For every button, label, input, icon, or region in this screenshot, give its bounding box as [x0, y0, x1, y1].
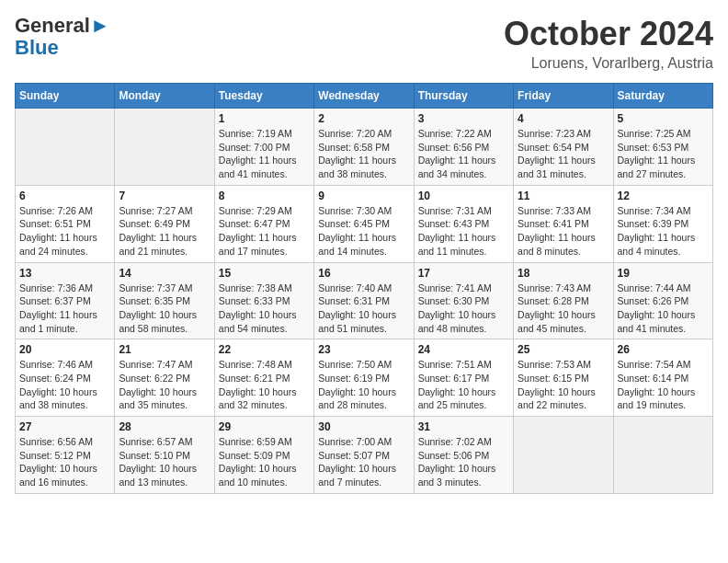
- day-info: Sunrise: 7:40 AMSunset: 6:31 PMDaylight:…: [318, 282, 409, 336]
- calendar-cell: 4Sunrise: 7:23 AMSunset: 6:54 PMDaylight…: [514, 109, 613, 186]
- day-number: 13: [19, 267, 110, 280]
- calendar-cell: 20Sunrise: 7:46 AMSunset: 6:24 PMDayligh…: [16, 339, 115, 417]
- header-row: SundayMondayTuesdayWednesdayThursdayFrid…: [16, 84, 713, 109]
- calendar-table: SundayMondayTuesdayWednesdayThursdayFrid…: [15, 83, 713, 494]
- day-info: Sunrise: 7:26 AMSunset: 6:51 PMDaylight:…: [19, 204, 110, 259]
- day-info: Sunrise: 7:37 AMSunset: 6:35 PMDaylight:…: [119, 282, 210, 336]
- day-info: Sunrise: 7:27 AMSunset: 6:49 PMDaylight:…: [119, 204, 210, 259]
- day-info: Sunrise: 7:46 AMSunset: 6:24 PMDaylight:…: [19, 358, 110, 412]
- day-number: 14: [119, 267, 210, 280]
- day-info: Sunrise: 7:41 AMSunset: 6:30 PMDaylight:…: [418, 282, 509, 336]
- day-number: 19: [618, 267, 709, 280]
- day-info: Sunrise: 7:02 AMSunset: 5:06 PMDaylight:…: [418, 435, 509, 489]
- calendar-cell: 18Sunrise: 7:43 AMSunset: 6:28 PMDayligh…: [514, 262, 613, 339]
- day-number: 10: [418, 190, 509, 202]
- day-number: 29: [219, 420, 310, 433]
- calendar-header: SundayMondayTuesdayWednesdayThursdayFrid…: [16, 84, 713, 109]
- calendar-cell: 10Sunrise: 7:31 AMSunset: 6:43 PMDayligh…: [414, 185, 513, 262]
- day-number: 24: [418, 343, 509, 356]
- day-info: Sunrise: 7:33 AMSunset: 6:41 PMDaylight:…: [518, 204, 609, 259]
- day-number: 1: [219, 112, 310, 125]
- header-day-thursday: Thursday: [414, 84, 513, 109]
- header-day-saturday: Saturday: [613, 84, 712, 109]
- day-number: 23: [318, 343, 409, 356]
- day-number: 9: [318, 190, 409, 202]
- day-number: 16: [318, 267, 409, 280]
- day-info: Sunrise: 7:38 AMSunset: 6:33 PMDaylight:…: [219, 282, 310, 336]
- calendar-cell: 31Sunrise: 7:02 AMSunset: 5:06 PMDayligh…: [414, 417, 513, 494]
- calendar-cell: 28Sunrise: 6:57 AMSunset: 5:10 PMDayligh…: [115, 417, 214, 494]
- day-number: 6: [19, 190, 110, 202]
- day-number: 5: [618, 112, 709, 125]
- calendar-cell: 12Sunrise: 7:34 AMSunset: 6:39 PMDayligh…: [613, 185, 712, 262]
- day-info: Sunrise: 7:30 AMSunset: 6:45 PMDaylight:…: [318, 204, 409, 259]
- header-day-wednesday: Wednesday: [314, 84, 414, 109]
- calendar-cell: 30Sunrise: 7:00 AMSunset: 5:07 PMDayligh…: [314, 417, 414, 494]
- calendar-body: 1Sunrise: 7:19 AMSunset: 7:00 PMDaylight…: [16, 109, 713, 494]
- page-header: General► Blue October 2024 Loruens, Vora…: [15, 15, 713, 72]
- day-info: Sunrise: 7:47 AMSunset: 6:22 PMDaylight:…: [119, 358, 210, 412]
- header-day-friday: Friday: [514, 84, 613, 109]
- calendar-cell: 26Sunrise: 7:54 AMSunset: 6:14 PMDayligh…: [613, 339, 712, 417]
- calendar-cell: 19Sunrise: 7:44 AMSunset: 6:26 PMDayligh…: [613, 262, 712, 339]
- calendar-cell: 29Sunrise: 6:59 AMSunset: 5:09 PMDayligh…: [214, 417, 313, 494]
- day-info: Sunrise: 6:57 AMSunset: 5:10 PMDaylight:…: [119, 435, 210, 489]
- week-row-2: 13Sunrise: 7:36 AMSunset: 6:37 PMDayligh…: [16, 262, 713, 339]
- calendar-cell: 14Sunrise: 7:37 AMSunset: 6:35 PMDayligh…: [115, 262, 214, 339]
- calendar-cell: 8Sunrise: 7:29 AMSunset: 6:47 PMDaylight…: [214, 185, 313, 262]
- day-info: Sunrise: 7:50 AMSunset: 6:19 PMDaylight:…: [318, 358, 409, 412]
- week-row-1: 6Sunrise: 7:26 AMSunset: 6:51 PMDaylight…: [16, 185, 713, 262]
- day-number: 20: [19, 343, 110, 356]
- calendar-cell: 21Sunrise: 7:47 AMSunset: 6:22 PMDayligh…: [115, 339, 214, 417]
- calendar-cell: 3Sunrise: 7:22 AMSunset: 6:56 PMDaylight…: [414, 109, 513, 186]
- day-info: Sunrise: 6:59 AMSunset: 5:09 PMDaylight:…: [219, 435, 310, 489]
- week-row-0: 1Sunrise: 7:19 AMSunset: 7:00 PMDaylight…: [16, 109, 713, 186]
- day-info: Sunrise: 7:44 AMSunset: 6:26 PMDaylight:…: [618, 282, 709, 336]
- day-number: 31: [418, 420, 509, 433]
- day-info: Sunrise: 7:00 AMSunset: 5:07 PMDaylight:…: [318, 435, 409, 489]
- calendar-cell: 16Sunrise: 7:40 AMSunset: 6:31 PMDayligh…: [314, 262, 414, 339]
- day-info: Sunrise: 7:48 AMSunset: 6:21 PMDaylight:…: [219, 358, 310, 412]
- logo-text: General►: [15, 15, 110, 37]
- day-info: Sunrise: 7:23 AMSunset: 6:54 PMDaylight:…: [518, 127, 609, 181]
- day-info: Sunrise: 6:56 AMSunset: 5:12 PMDaylight:…: [19, 435, 110, 489]
- calendar-cell: 13Sunrise: 7:36 AMSunset: 6:37 PMDayligh…: [16, 262, 115, 339]
- day-info: Sunrise: 7:19 AMSunset: 7:00 PMDaylight:…: [219, 127, 310, 181]
- day-number: 26: [618, 343, 709, 356]
- day-info: Sunrise: 7:53 AMSunset: 6:15 PMDaylight:…: [518, 358, 609, 412]
- day-number: 15: [219, 267, 310, 280]
- day-info: Sunrise: 7:29 AMSunset: 6:47 PMDaylight:…: [219, 204, 310, 259]
- day-info: Sunrise: 7:25 AMSunset: 6:53 PMDaylight:…: [618, 127, 709, 181]
- day-number: 27: [19, 420, 110, 433]
- day-info: Sunrise: 7:36 AMSunset: 6:37 PMDaylight:…: [19, 282, 110, 336]
- calendar-cell: 11Sunrise: 7:33 AMSunset: 6:41 PMDayligh…: [514, 185, 613, 262]
- header-day-tuesday: Tuesday: [214, 84, 313, 109]
- day-info: Sunrise: 7:20 AMSunset: 6:58 PMDaylight:…: [318, 127, 409, 181]
- header-day-monday: Monday: [115, 84, 214, 109]
- day-info: Sunrise: 7:51 AMSunset: 6:17 PMDaylight:…: [418, 358, 509, 412]
- calendar-cell: [514, 417, 613, 494]
- day-number: 3: [418, 112, 509, 125]
- day-number: 30: [318, 420, 409, 433]
- calendar-cell: 6Sunrise: 7:26 AMSunset: 6:51 PMDaylight…: [16, 185, 115, 262]
- day-number: 11: [518, 190, 609, 202]
- calendar-cell: [16, 109, 115, 186]
- calendar-cell: 5Sunrise: 7:25 AMSunset: 6:53 PMDaylight…: [613, 109, 712, 186]
- day-number: 28: [119, 420, 210, 433]
- week-row-3: 20Sunrise: 7:46 AMSunset: 6:24 PMDayligh…: [16, 339, 713, 417]
- month-title: October 2024: [504, 15, 713, 53]
- calendar-cell: 23Sunrise: 7:50 AMSunset: 6:19 PMDayligh…: [314, 339, 414, 417]
- day-info: Sunrise: 7:34 AMSunset: 6:39 PMDaylight:…: [618, 204, 709, 259]
- day-number: 18: [518, 267, 609, 280]
- day-info: Sunrise: 7:31 AMSunset: 6:43 PMDaylight:…: [418, 204, 509, 259]
- calendar-cell: 25Sunrise: 7:53 AMSunset: 6:15 PMDayligh…: [514, 339, 613, 417]
- logo-blue: Blue: [15, 36, 59, 59]
- day-number: 17: [418, 267, 509, 280]
- day-number: 4: [518, 112, 609, 125]
- calendar-cell: 22Sunrise: 7:48 AMSunset: 6:21 PMDayligh…: [214, 339, 313, 417]
- day-number: 22: [219, 343, 310, 356]
- calendar-cell: [115, 109, 214, 186]
- day-number: 12: [618, 190, 709, 202]
- day-info: Sunrise: 7:43 AMSunset: 6:28 PMDaylight:…: [518, 282, 609, 336]
- day-number: 8: [219, 190, 310, 202]
